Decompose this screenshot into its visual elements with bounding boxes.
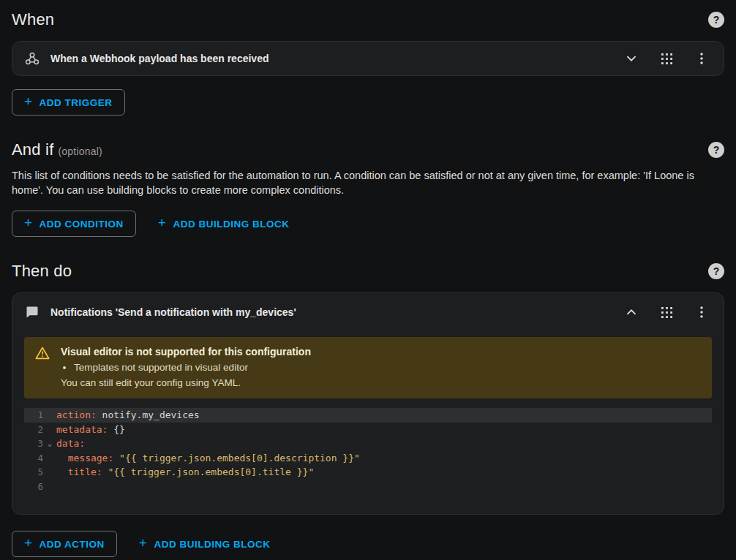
plus-icon: + — [24, 94, 33, 110]
help-icon[interactable]: ? — [708, 263, 724, 279]
then-do-title: Then do — [12, 262, 72, 281]
plus-icon: + — [158, 215, 167, 231]
add-action-label: ADD ACTION — [40, 539, 105, 550]
automation-editor-page: When ? When a Webhook payload has been r… — [0, 0, 736, 557]
trigger-card-title: When a Webhook payload has been received — [50, 53, 269, 64]
warning-list-item: Templates not supported in visual editor — [74, 360, 311, 374]
visual-editor-warning: Visual editor is not supported for this … — [24, 337, 712, 398]
add-building-block-button[interactable]: + ADD BUILDING BLOCK — [146, 211, 301, 237]
line-number: 3 — [24, 436, 43, 451]
add-trigger-label: ADD TRIGGER — [40, 97, 113, 108]
add-building-block-button[interactable]: + ADD BUILDING BLOCK — [127, 531, 282, 557]
code-line[interactable]: 3⌄data: — [24, 436, 712, 451]
add-trigger-button[interactable]: + ADD TRIGGER — [12, 89, 125, 116]
code-text: message: "{{ trigger.json.embeds[0].desc… — [56, 451, 360, 466]
and-if-section: And if(optional) ? This list of conditio… — [12, 140, 724, 237]
trigger-card[interactable]: When a Webhook payload has been received — [12, 41, 724, 76]
warning-note: You can still edit your config using YAM… — [61, 376, 311, 390]
plus-icon: + — [24, 215, 33, 231]
chevron-up-icon[interactable] — [623, 303, 640, 321]
warning-icon — [34, 344, 52, 390]
add-building-block-label: ADD BUILDING BLOCK — [173, 219, 289, 230]
then-do-section: Then do ? Notifications 'Send a notifica… — [12, 262, 724, 557]
code-text: title: "{{ trigger.json.embeds[0].title … — [56, 465, 314, 480]
line-number: 2 — [24, 423, 43, 437]
help-icon[interactable]: ? — [708, 12, 724, 28]
add-condition-button[interactable]: + ADD CONDITION — [12, 211, 136, 237]
and-if-title-text: And if — [12, 140, 53, 159]
notification-icon — [23, 305, 42, 319]
action-card-header[interactable]: Notifications 'Send a notification with … — [12, 293, 724, 331]
and-if-header: And if(optional) ? — [12, 140, 724, 159]
action-card: Notifications 'Send a notification with … — [12, 292, 724, 515]
webhook-icon — [23, 50, 42, 67]
yaml-editor[interactable]: 1action: notify.my_devices2metadata: {}3… — [24, 406, 712, 502]
and-if-actions-row: + ADD CONDITION + ADD BUILDING BLOCK — [12, 211, 724, 237]
line-number: 4 — [24, 451, 43, 466]
then-actions-row: + ADD ACTION + ADD BUILDING BLOCK — [12, 531, 724, 557]
plus-icon: + — [24, 535, 33, 551]
conditions-description: This list of conditions needs to be sati… — [12, 168, 724, 197]
line-number: 6 — [24, 480, 43, 494]
when-header: When ? — [12, 10, 724, 29]
action-card-title: Notifications 'Send a notification with … — [50, 306, 296, 318]
line-number: 5 — [24, 465, 43, 480]
plus-icon: + — [139, 535, 148, 551]
then-do-header: Then do ? — [12, 262, 724, 281]
add-condition-label: ADD CONDITION — [40, 219, 124, 230]
when-actions-row: + ADD TRIGGER — [12, 89, 724, 116]
when-section: When ? When a Webhook payload has been r… — [12, 10, 724, 116]
code-line[interactable]: 5 title: "{{ trigger.json.embeds[0].titl… — [24, 465, 712, 480]
drag-handle-icon[interactable] — [658, 50, 675, 67]
optional-label: (optional) — [58, 145, 102, 157]
warning-list: Templates not supported in visual editor — [74, 360, 311, 374]
code-text: action: notify.my_devices — [56, 408, 200, 423]
warning-title: Visual editor is not supported for this … — [61, 344, 311, 359]
overflow-menu-icon[interactable] — [693, 50, 710, 67]
trigger-card-actions — [623, 50, 710, 67]
line-number: 1 — [24, 408, 43, 423]
add-building-block-label: ADD BUILDING BLOCK — [154, 539, 270, 550]
drag-handle-icon[interactable] — [658, 303, 675, 321]
code-text: metadata: {} — [56, 423, 125, 437]
when-title: When — [12, 10, 54, 29]
and-if-title: And if(optional) — [12, 140, 102, 159]
fold-chevron-icon[interactable]: ⌄ — [43, 436, 56, 451]
code-text: data: — [56, 436, 85, 451]
overflow-menu-icon[interactable] — [693, 303, 710, 321]
code-line[interactable]: 1action: notify.my_devices — [24, 408, 712, 423]
warning-content: Visual editor is not supported for this … — [61, 344, 311, 390]
action-card-actions — [623, 303, 710, 321]
chevron-down-icon[interactable] — [623, 50, 640, 67]
add-action-button[interactable]: + ADD ACTION — [12, 531, 117, 557]
code-line[interactable]: 6 — [24, 480, 712, 494]
code-line[interactable]: 4 message: "{{ trigger.json.embeds[0].de… — [24, 451, 712, 466]
help-icon[interactable]: ? — [708, 142, 724, 158]
code-line[interactable]: 2metadata: {} — [24, 423, 712, 437]
